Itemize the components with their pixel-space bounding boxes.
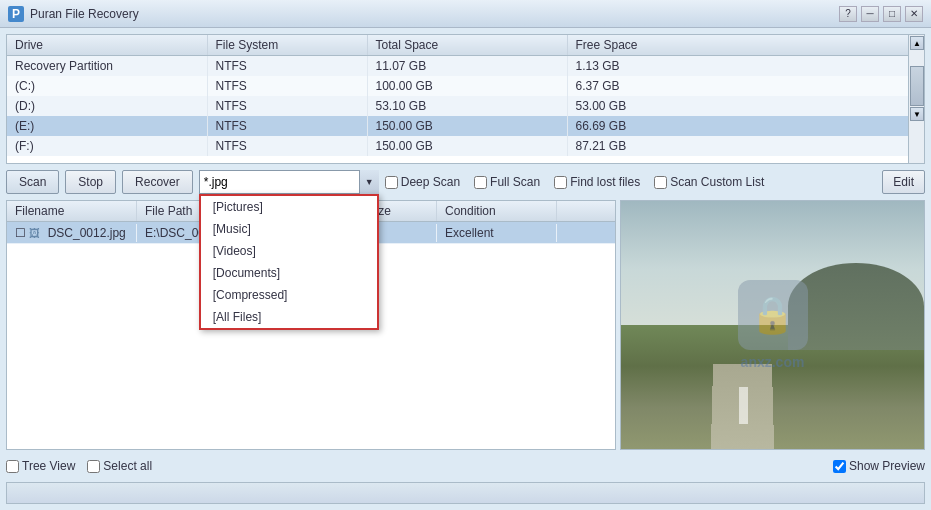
preview-image: 🔒 anxz.com: [621, 201, 924, 449]
select-all-label[interactable]: Select all: [87, 459, 152, 473]
drive-row[interactable]: (F:)NTFS150.00 GB87.21 GB: [7, 136, 924, 156]
find-lost-checkbox-label[interactable]: Find lost files: [554, 175, 640, 189]
select-all-checkbox[interactable]: [87, 460, 100, 473]
tree-view-checkbox[interactable]: [6, 460, 19, 473]
maximize-button[interactable]: □: [883, 6, 901, 22]
col-header-drive: Drive: [7, 35, 207, 56]
preview-pane: 🔒 anxz.com: [620, 200, 925, 450]
status-bar: [6, 482, 925, 504]
file-checkbox-icon[interactable]: ☐: [15, 226, 26, 240]
filter-option-music[interactable]: [Music]: [201, 218, 377, 240]
full-scan-checkbox[interactable]: [474, 176, 487, 189]
col-header-free: Free Space: [567, 35, 924, 56]
deep-scan-label: Deep Scan: [401, 175, 460, 189]
filter-option-pictures[interactable]: [Pictures]: [201, 196, 377, 218]
title-bar: P Puran File Recovery ? ─ □ ✕: [0, 0, 931, 28]
show-preview-label: Show Preview: [849, 459, 925, 473]
drive-row[interactable]: (E:)NTFS150.00 GB66.69 GB: [7, 116, 924, 136]
watermark-text: anxz.com: [741, 354, 805, 370]
file-cell-name: ☐ 🖼 DSC_0012.jpg: [7, 224, 137, 242]
scan-custom-checkbox[interactable]: [654, 176, 667, 189]
stop-button[interactable]: Stop: [65, 170, 116, 194]
col-header-fs: File System: [207, 35, 367, 56]
recover-button[interactable]: Recover: [122, 170, 193, 194]
watermark-overlay: 🔒 anxz.com: [738, 280, 808, 370]
preview-road-line: [739, 387, 748, 424]
filter-input[interactable]: [199, 170, 379, 194]
content-area: Filename File Path File Size Condition ☐…: [6, 200, 925, 450]
filter-option-compressed[interactable]: [Compressed]: [201, 284, 377, 306]
deep-scan-checkbox[interactable]: [385, 176, 398, 189]
scan-custom-checkbox-label[interactable]: Scan Custom List: [654, 175, 764, 189]
app-title: Puran File Recovery: [30, 7, 839, 21]
scroll-up-arrow[interactable]: ▲: [910, 36, 924, 50]
watermark-icon: 🔒: [738, 280, 808, 350]
full-scan-label: Full Scan: [490, 175, 540, 189]
deep-scan-checkbox-label[interactable]: Deep Scan: [385, 175, 460, 189]
scan-button[interactable]: Scan: [6, 170, 59, 194]
preview-hills: [788, 263, 924, 350]
find-lost-checkbox[interactable]: [554, 176, 567, 189]
show-preview-checkbox[interactable]: [833, 460, 846, 473]
drive-row[interactable]: (C:)NTFS100.00 GB6.37 GB: [7, 76, 924, 96]
toolbar: Scan Stop Recover ▼ [Pictures] [Music] […: [6, 168, 925, 196]
close-button[interactable]: ✕: [905, 6, 923, 22]
drive-table-wrapper: Drive File System Total Space Free Space…: [6, 34, 925, 164]
scroll-thumb[interactable]: [910, 66, 924, 106]
filter-dropdown-menu: [Pictures] [Music] [Videos] [Documents] …: [199, 194, 379, 330]
bottom-controls: Tree View Select all Show Preview: [6, 454, 925, 478]
minimize-button[interactable]: ─: [861, 6, 879, 22]
filter-option-videos[interactable]: [Videos]: [201, 240, 377, 262]
main-area: Drive File System Total Space Free Space…: [0, 28, 931, 510]
file-cell-condition: Excellent: [437, 224, 557, 242]
find-lost-label: Find lost files: [570, 175, 640, 189]
full-scan-checkbox-label[interactable]: Full Scan: [474, 175, 540, 189]
scroll-down-arrow[interactable]: ▼: [910, 107, 924, 121]
app-icon: P: [8, 6, 24, 22]
drive-table-scrollbar[interactable]: ▲ ▼: [908, 35, 924, 163]
filter-option-documents[interactable]: [Documents]: [201, 262, 377, 284]
drive-row[interactable]: Recovery PartitionNTFS11.07 GB1.13 GB: [7, 56, 924, 77]
drive-table: Drive File System Total Space Free Space…: [7, 35, 924, 156]
help-button[interactable]: ?: [839, 6, 857, 22]
drive-row[interactable]: (D:)NTFS53.10 GB53.00 GB: [7, 96, 924, 116]
scan-custom-label: Scan Custom List: [670, 175, 764, 189]
tree-view-label[interactable]: Tree View: [6, 459, 75, 473]
filter-combo-wrapper: ▼ [Pictures] [Music] [Videos] [Documents…: [199, 170, 379, 194]
col-header-condition: Condition: [437, 201, 557, 221]
file-icon: 🖼: [29, 227, 40, 239]
col-header-filename: Filename: [7, 201, 137, 221]
show-preview-section: Show Preview: [833, 459, 925, 473]
filter-option-all-files[interactable]: [All Files]: [201, 306, 377, 328]
edit-button[interactable]: Edit: [882, 170, 925, 194]
checkbox-group: Deep Scan Full Scan Find lost files Scan…: [385, 175, 877, 189]
col-header-total: Total Space: [367, 35, 567, 56]
